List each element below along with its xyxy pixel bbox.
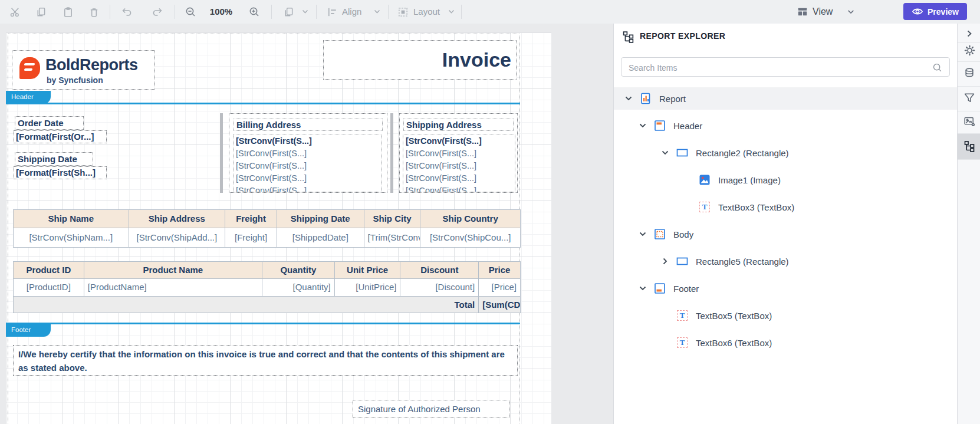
chevron-down-icon[interactable] <box>661 149 669 157</box>
toolbar-separator <box>271 5 272 19</box>
paste-button[interactable] <box>61 5 74 18</box>
chevron-down-icon[interactable] <box>639 230 647 238</box>
report-page[interactable]: BoldReports by Syncfusion Invoice Header… <box>6 32 551 424</box>
clipboard-icon <box>63 6 74 18</box>
search-icon[interactable] <box>932 63 942 73</box>
image-manager-tab[interactable] <box>962 114 976 129</box>
table-row: [ProductID] [ProductName] [Quantity] [Un… <box>14 279 520 296</box>
delete-button[interactable] <box>87 5 100 18</box>
view-menu[interactable]: View <box>813 0 833 24</box>
layout-menu[interactable]: Layout <box>413 0 440 24</box>
table-cell[interactable]: [Freight] <box>225 228 277 247</box>
zoom-level[interactable]: 100% <box>205 0 238 24</box>
table-cell[interactable]: [Discount] <box>400 279 479 296</box>
chevron-down-icon[interactable] <box>639 284 647 292</box>
zoom-in-button[interactable] <box>248 5 261 18</box>
gear-icon <box>963 44 976 57</box>
column-header: Product Name <box>84 262 262 279</box>
table-cell[interactable]: [Quantity] <box>262 279 335 296</box>
certification-textbox[interactable]: I/We hereby certify that the information… <box>13 345 518 376</box>
table-cell[interactable]: [StrConv(ShipAdd...] <box>129 228 226 247</box>
zoom-out-button[interactable] <box>184 5 197 18</box>
copy-button[interactable] <box>34 5 47 18</box>
tree-item-rectangle2[interactable]: Rectangle2 (Rectangle) <box>614 142 958 164</box>
chevron-down-icon[interactable] <box>639 121 647 130</box>
duplicate-button[interactable] <box>282 5 295 18</box>
report-icon <box>640 93 652 104</box>
strip-separator <box>958 61 980 62</box>
tree-item-body[interactable]: Body <box>614 223 958 245</box>
brand-subtitle: by Syncfusion <box>47 75 103 85</box>
settings-tab[interactable] <box>962 43 976 57</box>
table-cell[interactable]: [StrConv(ShipCou...] <box>420 228 520 247</box>
preview-button[interactable]: Preview <box>903 3 967 20</box>
chevron-down-icon[interactable] <box>624 94 633 103</box>
tree-item-footer[interactable]: Footer <box>614 277 958 300</box>
table-header-row: Product ID Product Name Quantity Unit Pr… <box>14 262 520 279</box>
toolbar: 100% Align Layout View <box>0 0 980 24</box>
shipping-date-field[interactable]: [Format(First(Sh...] <box>14 166 107 179</box>
chevron-right-icon[interactable] <box>661 257 669 265</box>
shipping-date-label[interactable]: Shipping Date <box>15 152 93 166</box>
product-table[interactable]: Product ID Product Name Quantity Unit Pr… <box>13 261 521 313</box>
data-tab[interactable] <box>962 66 976 80</box>
table-cell[interactable]: [Price] <box>479 279 520 296</box>
view-dropdown[interactable] <box>844 5 857 18</box>
column-header: Ship Country <box>420 210 520 228</box>
layout-icon <box>396 5 409 18</box>
tree-item-image1[interactable]: Image1 (Image) <box>614 169 958 191</box>
tree-item-label: Header <box>673 121 702 131</box>
tree-item-header[interactable]: Header <box>614 114 958 137</box>
table-cell[interactable]: [Trim(StrConv( <box>364 228 421 247</box>
address-line: [StrConv(First(S...] <box>406 147 512 160</box>
align-dropdown[interactable] <box>370 5 383 18</box>
funnel-icon <box>963 92 975 104</box>
search-box[interactable] <box>621 57 950 77</box>
billing-list-handle[interactable] <box>220 113 223 193</box>
header-section-tab[interactable]: Header <box>6 91 51 104</box>
table-cell[interactable]: [StrConv(ShipNam...] <box>14 228 129 247</box>
collapse-panel-button[interactable] <box>962 27 976 41</box>
footer-section-tab[interactable]: Footer <box>6 324 51 337</box>
signature-textbox[interactable]: Signature of Authorized Person <box>353 400 509 418</box>
logo-image-element[interactable]: BoldReports by Syncfusion <box>12 50 155 90</box>
toolbar-separator <box>461 5 462 19</box>
tree-item-report[interactable]: Report <box>614 87 958 110</box>
column-header: Unit Price <box>335 262 401 279</box>
redo-button[interactable] <box>151 5 164 18</box>
ship-details-table[interactable]: Ship Name Ship Address Freight Shipping … <box>13 209 521 248</box>
tree-item-textbox3[interactable]: T TextBox3 (TextBox) <box>614 196 958 218</box>
undo-button[interactable] <box>120 5 133 18</box>
tree-item-label: Footer <box>673 284 699 294</box>
filter-tab[interactable] <box>962 91 976 105</box>
table-cell[interactable]: [ProductName] <box>84 279 262 296</box>
shipping-list-handle[interactable] <box>390 113 393 193</box>
align-menu[interactable]: Align <box>342 0 361 24</box>
search-input[interactable] <box>627 58 930 77</box>
billing-address-list[interactable]: [StrConv(First(S...] [StrConv(First(S...… <box>233 134 382 192</box>
tree-item-textbox5[interactable]: T TextBox5 (TextBox) <box>614 304 958 327</box>
total-value-cell[interactable]: [Sum(CDec(F <box>479 296 520 313</box>
layout-dropdown[interactable] <box>445 5 458 18</box>
column-header: Freight <box>225 210 277 228</box>
shipping-address-label[interactable]: Shipping Address <box>403 119 514 131</box>
design-canvas[interactable]: BoldReports by Syncfusion Invoice Header… <box>0 24 613 424</box>
side-icon-strip <box>957 24 980 424</box>
order-date-label[interactable]: Order Date <box>15 116 84 130</box>
image-icon <box>699 174 711 186</box>
cut-button[interactable] <box>8 5 21 18</box>
strip-separator <box>958 111 980 111</box>
billing-address-label[interactable]: Billing Address <box>234 119 383 131</box>
invoice-title-textbox[interactable]: Invoice <box>323 40 517 80</box>
tree-item-label: Rectangle5 (Rectangle) <box>696 257 789 267</box>
table-cell[interactable]: [UnitPrice] <box>335 279 401 296</box>
shipping-address-list[interactable]: [StrConv(First(S...] [StrConv(First(S...… <box>403 134 515 192</box>
table-cell[interactable]: [ProductID] <box>14 279 84 296</box>
order-date-field[interactable]: [Format(First(Or...] <box>14 130 107 143</box>
total-label-cell[interactable]: Total <box>14 296 479 313</box>
duplicate-dropdown[interactable] <box>298 5 311 18</box>
tree-item-textbox6[interactable]: T TextBox6 (TextBox) <box>614 331 958 354</box>
table-cell[interactable]: [ShippedDate] <box>277 228 364 247</box>
report-explorer-tab[interactable] <box>962 139 976 153</box>
tree-item-rectangle5[interactable]: Rectangle5 (Rectangle) <box>614 250 958 272</box>
